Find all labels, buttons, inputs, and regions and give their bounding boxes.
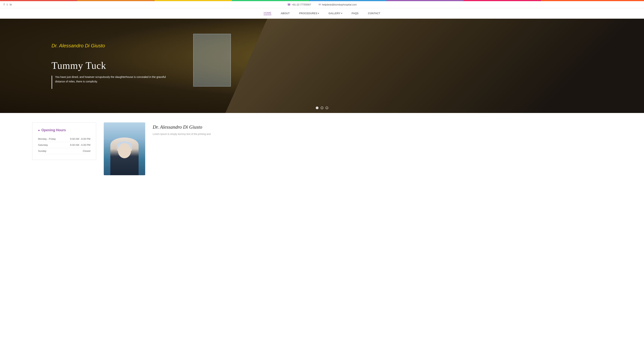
- email-contact: ✉ helpdesk@bombayhospital.com: [318, 3, 357, 6]
- nav-about[interactable]: ABOUT: [281, 12, 290, 15]
- hero-content: Dr. Alessandro Di Giusto Tummy Tuck You …: [0, 19, 644, 113]
- doctor-silhouette: [110, 137, 138, 175]
- nav-gallery[interactable]: GALLERY ▾: [328, 12, 342, 15]
- phone-number: +91-22-77755567: [292, 3, 311, 6]
- sunday-label: Sunday: [38, 149, 46, 152]
- saturday-label: Saturday: [38, 143, 48, 146]
- twitter-icon[interactable]: t: [7, 3, 8, 6]
- email-address: helpdesk@bombayhospital.com: [322, 3, 357, 6]
- doctor-info-name: Dr. Alessandro Di Giusto: [153, 124, 612, 130]
- opening-hours-card: ● Opening Hours Monday - Friday 9.00 AM …: [32, 122, 96, 160]
- hero-divider: You have just dined, and however scrupul…: [52, 75, 174, 89]
- gallery-dropdown-arrow: ▾: [341, 12, 342, 14]
- procedures-dropdown-arrow: ▾: [318, 12, 319, 14]
- hero-doctor-name: Dr. Alessandro Di Giusto: [52, 43, 592, 49]
- clock-icon: ●: [38, 129, 40, 132]
- hero-divider-line: [52, 76, 52, 89]
- hero-description: You have just dined, and however scrupul…: [55, 75, 174, 84]
- nav-home[interactable]: HOME: [264, 12, 271, 15]
- nav-contact[interactable]: CONTACT: [368, 12, 380, 15]
- phone-icon: ☎: [287, 3, 290, 6]
- hours-row-sunday: Sunday Closed: [38, 148, 90, 154]
- slider-dots: [316, 107, 328, 109]
- sunday-hours: Closed: [83, 149, 90, 152]
- email-icon: ✉: [318, 3, 321, 6]
- top-bar: f t in ☎ +91-22-77755567 ✉ helpdesk@bomb…: [0, 1, 644, 8]
- hero-title: Tummy Tuck: [52, 60, 592, 71]
- hours-row-weekday: Monday - Friday 9.00 AM - 8.00 PM: [38, 136, 90, 142]
- hero-section: Dr. Alessandro Di Giusto Tummy Tuck You …: [0, 19, 644, 113]
- main-nav: HOME ABOUT PROCEDURES ▾ GALLERY ▾ FAQS C…: [0, 8, 644, 19]
- saturday-hours: 9.00 AM - 6.00 PM: [70, 143, 90, 146]
- nav-procedures[interactable]: PROCEDURES ▾: [299, 12, 319, 15]
- hours-row-saturday: Saturday 9.00 AM - 6.00 PM: [38, 142, 90, 148]
- weekday-hours: 9.00 AM - 8.00 PM: [70, 137, 90, 140]
- doctor-image: [104, 122, 145, 175]
- below-hero-section: ● Opening Hours Monday - Friday 9.00 AM …: [0, 113, 644, 185]
- phone-contact: ☎ +91-22-77755567: [287, 3, 311, 6]
- doctor-info-description: Lorem Ipsum is simply dummy text of the …: [153, 132, 612, 136]
- weekday-label: Monday - Friday: [38, 137, 56, 140]
- facebook-icon[interactable]: f: [4, 3, 4, 6]
- linkedin-icon[interactable]: in: [10, 3, 12, 6]
- slider-dot-1[interactable]: [316, 107, 318, 109]
- doctor-head: [118, 143, 131, 158]
- slider-dot-2[interactable]: [321, 107, 323, 109]
- doctor-info: Dr. Alessandro Di Giusto Lorem Ipsum is …: [153, 122, 612, 138]
- opening-hours-title: ● Opening Hours: [38, 128, 90, 132]
- nav-faqs[interactable]: FAQS: [352, 12, 359, 15]
- social-icons: f t in: [4, 3, 12, 6]
- slider-dot-3[interactable]: [326, 107, 328, 109]
